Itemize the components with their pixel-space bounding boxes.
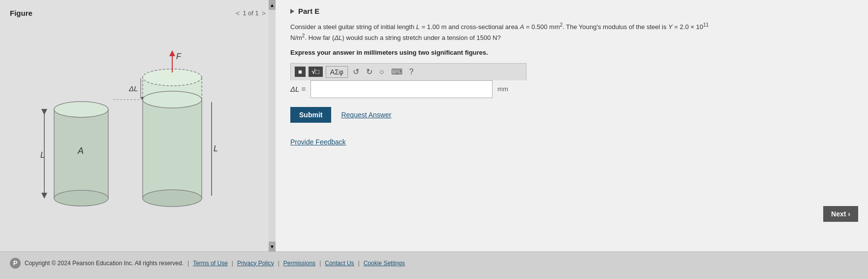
copyright-text: Copyright © 2024 Pearson Education Inc. … [25, 260, 184, 267]
cylinders-svg: A L F ΔL [39, 50, 236, 218]
next-button[interactable]: Next › [823, 206, 858, 222]
instruction-text: Express your answer in millimeters using… [290, 49, 853, 56]
figure-panel: Figure < 1 of 1 > A L [0, 0, 276, 251]
left-scrollbar[interactable]: ▲ ▼ [269, 0, 276, 251]
request-answer-button[interactable]: Request Answer [341, 111, 391, 119]
pearson-icon: P [10, 258, 21, 269]
figure-nav: < 1 of 1 > [236, 9, 266, 17]
sep5: | [358, 260, 360, 267]
svg-point-8 [143, 91, 202, 108]
svg-point-10 [143, 190, 202, 207]
provide-feedback-button[interactable]: Provide Feedback [290, 138, 346, 146]
part-title: Part E [298, 7, 319, 15]
answer-row: ΔL = mm [290, 80, 853, 98]
delta-l-label: ΔL = [290, 85, 306, 93]
figure-label: Figure [10, 9, 32, 17]
svg-text:ΔL: ΔL [128, 84, 138, 93]
permissions-link[interactable]: Permissions [283, 260, 315, 267]
scrollbar-down[interactable]: ▼ [269, 242, 276, 251]
contact-us-link[interactable]: Contact Us [325, 260, 354, 267]
figure-area: A L F ΔL [10, 21, 266, 246]
refresh-btn[interactable]: ○ [377, 67, 386, 77]
figure-header: Figure < 1 of 1 > [10, 5, 266, 21]
right-panel: Part E Consider a steel guitar string of… [276, 0, 868, 251]
svg-text:F: F [176, 52, 182, 61]
svg-text:A: A [77, 146, 84, 156]
figure-nav-text: 1 of 1 [243, 9, 259, 17]
cookie-settings-link[interactable]: Cookie Settings [364, 260, 405, 267]
sep2: | [232, 260, 233, 267]
undo-btn[interactable]: ↺ [351, 66, 361, 77]
sep1: | [187, 260, 189, 267]
keyboard-btn[interactable]: ⌨ [389, 66, 404, 77]
svg-point-1 [54, 102, 108, 117]
privacy-policy-link[interactable]: Privacy Policy [237, 260, 274, 267]
terms-of-use-link[interactable]: Terms of Use [193, 260, 228, 267]
formula-toolbar: ■ √□ ΑΣφ ↺ ↻ ○ ⌨ ? [290, 63, 527, 80]
submit-button[interactable]: Submit [290, 107, 331, 123]
svg-rect-6 [143, 100, 202, 198]
scrollbar-track [269, 10, 276, 242]
svg-point-2 [54, 190, 108, 206]
redo-btn[interactable]: ↻ [364, 66, 374, 77]
svg-marker-12 [169, 50, 175, 56]
svg-text:L: L [214, 144, 218, 153]
symbol-btn[interactable]: ΑΣφ [326, 66, 348, 78]
square-btn[interactable]: ■ [295, 67, 306, 77]
part-triangle-icon [290, 9, 294, 14]
scrollbar-up[interactable]: ▲ [269, 0, 276, 10]
action-row: Submit Request Answer [290, 107, 853, 123]
footer: P Copyright © 2024 Pearson Education Inc… [0, 251, 868, 274]
part-header: Part E [290, 7, 853, 15]
nav-prev-arrow[interactable]: < [236, 9, 240, 17]
help-btn[interactable]: ? [407, 67, 416, 77]
unit-label: mm [497, 85, 508, 93]
answer-input[interactable] [310, 80, 493, 98]
problem-text: Consider a steel guitar string of initia… [290, 21, 709, 43]
nav-next-arrow[interactable]: > [262, 9, 266, 17]
svg-text:L: L [40, 151, 45, 159]
sep4: | [319, 260, 321, 267]
sep3: | [278, 260, 279, 267]
sqrt-btn[interactable]: √□ [309, 67, 323, 77]
